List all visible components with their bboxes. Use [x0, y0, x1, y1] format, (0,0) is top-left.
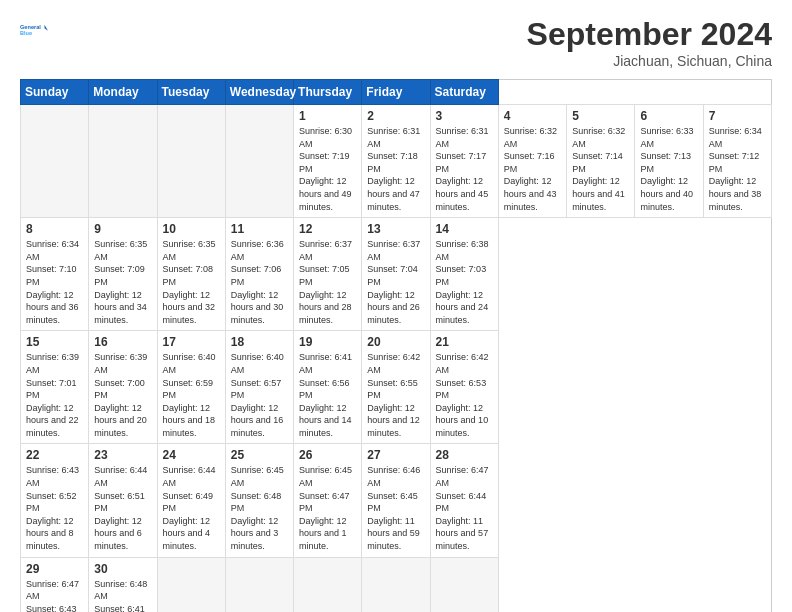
day-info: Sunrise: 6:32 AMSunset: 7:14 PMDaylight:… [572, 125, 629, 213]
day-number: 17 [163, 335, 220, 349]
empty-cell [362, 557, 430, 612]
day-info: Sunrise: 6:39 AMSunset: 7:01 PMDaylight:… [26, 351, 83, 439]
day-info: Sunrise: 6:45 AMSunset: 6:48 PMDaylight:… [231, 464, 288, 552]
day-cell-7: 7Sunrise: 6:34 AMSunset: 7:12 PMDaylight… [703, 105, 771, 218]
day-number: 4 [504, 109, 561, 123]
day-number: 8 [26, 222, 83, 236]
day-info: Sunrise: 6:31 AMSunset: 7:17 PMDaylight:… [436, 125, 493, 213]
header: GeneralBlue September 2024 Jiachuan, Sic… [20, 16, 772, 69]
day-cell-1: 1Sunrise: 6:30 AMSunset: 7:19 PMDaylight… [294, 105, 362, 218]
week-row-4: 22Sunrise: 6:43 AMSunset: 6:52 PMDayligh… [21, 444, 772, 557]
empty-cell [225, 557, 293, 612]
day-info: Sunrise: 6:35 AMSunset: 7:08 PMDaylight:… [163, 238, 220, 326]
day-cell-17: 17Sunrise: 6:40 AMSunset: 6:59 PMDayligh… [157, 331, 225, 444]
day-number: 22 [26, 448, 83, 462]
day-cell-30: 30Sunrise: 6:48 AMSunset: 6:41 PMDayligh… [89, 557, 157, 612]
day-info: Sunrise: 6:40 AMSunset: 6:57 PMDaylight:… [231, 351, 288, 439]
day-info: Sunrise: 6:44 AMSunset: 6:49 PMDaylight:… [163, 464, 220, 552]
title-block: September 2024 Jiachuan, Sichuan, China [527, 16, 772, 69]
day-info: Sunrise: 6:42 AMSunset: 6:55 PMDaylight:… [367, 351, 424, 439]
header-day-sunday: Sunday [21, 80, 89, 105]
day-cell-15: 15Sunrise: 6:39 AMSunset: 7:01 PMDayligh… [21, 331, 89, 444]
day-number: 25 [231, 448, 288, 462]
week-row-3: 15Sunrise: 6:39 AMSunset: 7:01 PMDayligh… [21, 331, 772, 444]
day-cell-2: 2Sunrise: 6:31 AMSunset: 7:18 PMDaylight… [362, 105, 430, 218]
month-title: September 2024 [527, 16, 772, 53]
empty-cell [430, 557, 498, 612]
day-info: Sunrise: 6:46 AMSunset: 6:45 PMDaylight:… [367, 464, 424, 552]
empty-cell [294, 557, 362, 612]
day-number: 27 [367, 448, 424, 462]
day-cell-29: 29Sunrise: 6:47 AMSunset: 6:43 PMDayligh… [21, 557, 89, 612]
header-day-friday: Friday [362, 80, 430, 105]
day-number: 16 [94, 335, 151, 349]
day-cell-18: 18Sunrise: 6:40 AMSunset: 6:57 PMDayligh… [225, 331, 293, 444]
day-cell-19: 19Sunrise: 6:41 AMSunset: 6:56 PMDayligh… [294, 331, 362, 444]
day-cell-24: 24Sunrise: 6:44 AMSunset: 6:49 PMDayligh… [157, 444, 225, 557]
empty-cell [21, 105, 89, 218]
calendar-header-row: SundayMondayTuesdayWednesdayThursdayFrid… [21, 80, 772, 105]
day-cell-28: 28Sunrise: 6:47 AMSunset: 6:44 PMDayligh… [430, 444, 498, 557]
day-info: Sunrise: 6:37 AMSunset: 7:04 PMDaylight:… [367, 238, 424, 326]
day-info: Sunrise: 6:45 AMSunset: 6:47 PMDaylight:… [299, 464, 356, 552]
day-cell-8: 8Sunrise: 6:34 AMSunset: 7:10 PMDaylight… [21, 218, 89, 331]
header-day-wednesday: Wednesday [225, 80, 293, 105]
header-day-thursday: Thursday [294, 80, 362, 105]
day-info: Sunrise: 6:34 AMSunset: 7:12 PMDaylight:… [709, 125, 766, 213]
day-cell-13: 13Sunrise: 6:37 AMSunset: 7:04 PMDayligh… [362, 218, 430, 331]
day-number: 20 [367, 335, 424, 349]
day-cell-3: 3Sunrise: 6:31 AMSunset: 7:17 PMDaylight… [430, 105, 498, 218]
day-cell-21: 21Sunrise: 6:42 AMSunset: 6:53 PMDayligh… [430, 331, 498, 444]
svg-marker-2 [45, 25, 49, 31]
day-info: Sunrise: 6:30 AMSunset: 7:19 PMDaylight:… [299, 125, 356, 213]
day-number: 14 [436, 222, 493, 236]
day-number: 30 [94, 562, 151, 576]
day-cell-26: 26Sunrise: 6:45 AMSunset: 6:47 PMDayligh… [294, 444, 362, 557]
day-number: 7 [709, 109, 766, 123]
header-day-monday: Monday [89, 80, 157, 105]
day-number: 1 [299, 109, 356, 123]
day-number: 10 [163, 222, 220, 236]
day-info: Sunrise: 6:48 AMSunset: 6:41 PMDaylight:… [94, 578, 151, 612]
day-info: Sunrise: 6:36 AMSunset: 7:06 PMDaylight:… [231, 238, 288, 326]
empty-cell [157, 105, 225, 218]
day-cell-6: 6Sunrise: 6:33 AMSunset: 7:13 PMDaylight… [635, 105, 703, 218]
calendar-table: SundayMondayTuesdayWednesdayThursdayFrid… [20, 79, 772, 612]
day-cell-16: 16Sunrise: 6:39 AMSunset: 7:00 PMDayligh… [89, 331, 157, 444]
day-cell-9: 9Sunrise: 6:35 AMSunset: 7:09 PMDaylight… [89, 218, 157, 331]
day-number: 26 [299, 448, 356, 462]
day-number: 29 [26, 562, 83, 576]
header-day-saturday: Saturday [430, 80, 498, 105]
day-cell-27: 27Sunrise: 6:46 AMSunset: 6:45 PMDayligh… [362, 444, 430, 557]
week-row-2: 8Sunrise: 6:34 AMSunset: 7:10 PMDaylight… [21, 218, 772, 331]
week-row-5: 29Sunrise: 6:47 AMSunset: 6:43 PMDayligh… [21, 557, 772, 612]
day-info: Sunrise: 6:47 AMSunset: 6:44 PMDaylight:… [436, 464, 493, 552]
day-info: Sunrise: 6:38 AMSunset: 7:03 PMDaylight:… [436, 238, 493, 326]
day-info: Sunrise: 6:41 AMSunset: 6:56 PMDaylight:… [299, 351, 356, 439]
week-row-1: 1Sunrise: 6:30 AMSunset: 7:19 PMDaylight… [21, 105, 772, 218]
day-cell-14: 14Sunrise: 6:38 AMSunset: 7:03 PMDayligh… [430, 218, 498, 331]
day-cell-10: 10Sunrise: 6:35 AMSunset: 7:08 PMDayligh… [157, 218, 225, 331]
empty-cell [225, 105, 293, 218]
day-number: 21 [436, 335, 493, 349]
empty-cell [157, 557, 225, 612]
day-info: Sunrise: 6:37 AMSunset: 7:05 PMDaylight:… [299, 238, 356, 326]
day-number: 6 [640, 109, 697, 123]
day-cell-11: 11Sunrise: 6:36 AMSunset: 7:06 PMDayligh… [225, 218, 293, 331]
day-info: Sunrise: 6:43 AMSunset: 6:52 PMDaylight:… [26, 464, 83, 552]
location: Jiachuan, Sichuan, China [527, 53, 772, 69]
day-number: 15 [26, 335, 83, 349]
day-cell-20: 20Sunrise: 6:42 AMSunset: 6:55 PMDayligh… [362, 331, 430, 444]
day-cell-25: 25Sunrise: 6:45 AMSunset: 6:48 PMDayligh… [225, 444, 293, 557]
day-info: Sunrise: 6:31 AMSunset: 7:18 PMDaylight:… [367, 125, 424, 213]
day-info: Sunrise: 6:34 AMSunset: 7:10 PMDaylight:… [26, 238, 83, 326]
day-number: 12 [299, 222, 356, 236]
day-cell-4: 4Sunrise: 6:32 AMSunset: 7:16 PMDaylight… [498, 105, 566, 218]
day-number: 24 [163, 448, 220, 462]
day-number: 13 [367, 222, 424, 236]
empty-cell [89, 105, 157, 218]
svg-text:General: General [20, 24, 41, 30]
svg-text:Blue: Blue [20, 30, 32, 36]
day-number: 11 [231, 222, 288, 236]
day-info: Sunrise: 6:35 AMSunset: 7:09 PMDaylight:… [94, 238, 151, 326]
